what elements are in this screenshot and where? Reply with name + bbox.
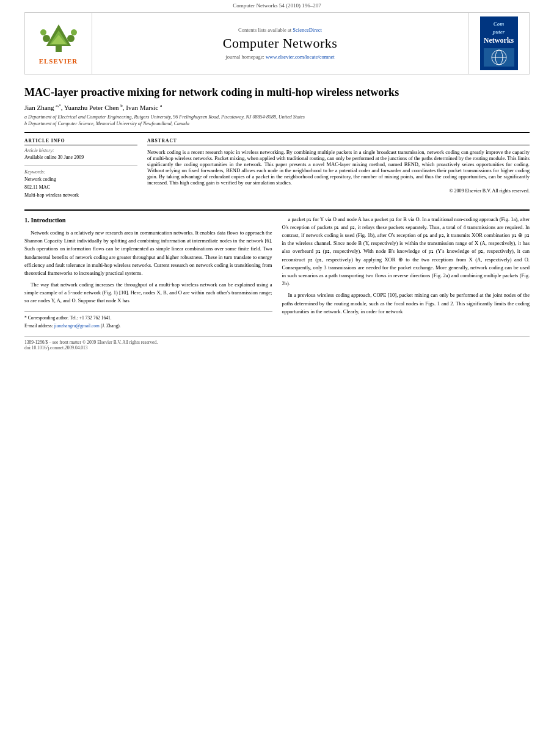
top-bar: Computer Networks 54 (2010) 196–207 <box>0 0 554 10</box>
header-divider <box>24 132 530 133</box>
contents-line: Contents lists available at ScienceDirec… <box>238 27 322 33</box>
body-para-1: Network coding is a relatively new resea… <box>24 229 272 277</box>
abstract-label: Abstract <box>147 138 530 145</box>
affil-a: a Department of Electrical and Computer … <box>24 114 530 120</box>
authors-line: Jian Zhang a,*, Yuanzhu Peter Chen b, Iv… <box>24 103 530 111</box>
affil-b: b Department of Computer Science, Memori… <box>24 120 530 127</box>
journal-homepage: journal homepage: www.elsevier.com/locat… <box>225 54 334 60</box>
body-para-3: a packet p₁ for Y via O and node A has a… <box>282 216 530 288</box>
doi-line: doi:10.1016/j.comnet.2009.04.013 <box>24 345 530 351</box>
info-abstract-section: Article Info Article history: Available … <box>24 138 530 204</box>
abstract-column: Abstract Network coding is a recent rese… <box>147 138 530 204</box>
footnotes: * Corresponding author. Tel.: +1 732 762… <box>24 311 272 330</box>
contents-prefix: Contents lists available at <box>238 27 293 33</box>
svg-point-5 <box>67 35 75 42</box>
authors-text: Jian Zhang a,*, Yuanzhu Peter Chen b, Iv… <box>24 104 162 111</box>
history-label: Article history: <box>24 148 137 153</box>
issn-line: 1389-1286/$ – see front matter © 2009 El… <box>24 340 530 345</box>
copyright: © 2009 Elsevier B.V. All rights reserved… <box>147 188 530 194</box>
main-content: MAC-layer proactive mixing for network c… <box>24 75 530 351</box>
svg-rect-0 <box>56 46 62 52</box>
abstract-text: Network coding is a recent research topi… <box>147 149 530 186</box>
cn-globe-icon <box>487 49 511 66</box>
svg-point-7 <box>71 29 77 35</box>
elsevier-text: ELSEVIER <box>37 57 80 65</box>
journal-title: Computer Networks <box>223 35 338 51</box>
elsevier-tree-icon <box>37 21 80 55</box>
sciencedirect-link[interactable]: ScienceDirect <box>293 27 322 33</box>
body-col-right: a packet p₁ for Y via O and node A has a… <box>282 216 530 330</box>
keyword-2: 802.11 MAC <box>24 184 137 192</box>
svg-point-4 <box>43 35 50 42</box>
bottom-bar: 1389-1286/$ – see front matter © 2009 El… <box>24 336 530 351</box>
email-link[interactable]: jianzhangru@gmail.com <box>54 323 100 329</box>
body-section: 1. Introduction Network coding is a rela… <box>24 216 530 330</box>
keywords-section: Keywords: Network coding 802.11 MAC Mult… <box>24 169 137 199</box>
footnote-email: E-mail address: jianzhangru@gmail.com (J… <box>24 322 272 329</box>
email-label: E-mail address: <box>24 323 54 329</box>
elsevier-logo-area: ELSEVIER <box>25 13 92 74</box>
cn-logo-area: Com puter Networks <box>468 13 529 74</box>
article-info-label: Article Info <box>24 138 137 145</box>
homepage-url[interactable]: www.elsevier.com/locate/comnet <box>266 54 335 60</box>
section1-heading: 1. Introduction <box>24 216 272 225</box>
cn-logo: Com puter Networks <box>480 16 518 70</box>
svg-point-6 <box>40 29 46 35</box>
journal-citation: Computer Networks 54 (2010) 196–207 <box>233 2 321 9</box>
homepage-prefix: journal homepage: <box>225 54 266 60</box>
article-title: MAC-layer proactive mixing for network c… <box>24 85 530 100</box>
keyword-3: Multi-hop wireless network <box>24 192 137 200</box>
body-col-left: 1. Introduction Network coding is a rela… <box>24 216 272 330</box>
elsevier-logo: ELSEVIER <box>37 21 80 65</box>
affiliations: a Department of Electrical and Computer … <box>24 114 530 127</box>
keywords-label: Keywords: <box>24 169 137 175</box>
body-para-2: The way that network coding increases th… <box>24 281 272 305</box>
article-history: Article history: Available online 30 Jun… <box>24 148 137 160</box>
body-para-4: In a previous wireless coding approach, … <box>282 291 530 316</box>
keywords-list: Network coding 802.11 MAC Multi-hop wire… <box>24 176 137 199</box>
history-date: Available online 30 June 2009 <box>24 154 137 160</box>
footnote-star: * Corresponding author. Tel.: +1 732 762… <box>24 314 272 321</box>
journal-title-area: Contents lists available at ScienceDirec… <box>92 13 468 74</box>
info-divider <box>24 165 137 165</box>
email-suffix: (J. Zhang). <box>100 323 121 329</box>
journal-header: ELSEVIER Contents lists available at Sci… <box>24 12 530 75</box>
article-info-column: Article Info Article history: Available … <box>24 138 137 204</box>
keyword-1: Network coding <box>24 176 137 184</box>
body-divider <box>24 209 530 211</box>
